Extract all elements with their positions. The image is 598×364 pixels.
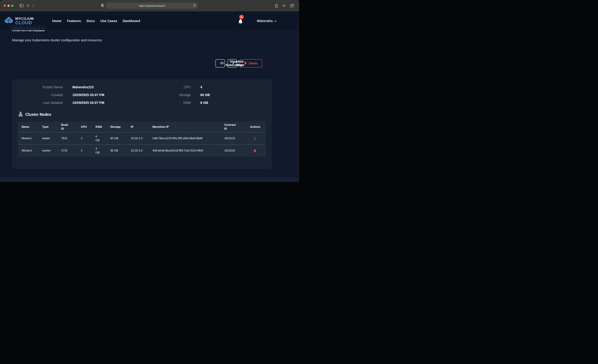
- cluster-nodes-table: Name Type Node ID CPU RAM Storage IP Myc…: [18, 122, 266, 157]
- page-subtitle: Manage your Kubernetes cluster configura…: [12, 38, 102, 42]
- ram-label: RAM: [148, 101, 191, 105]
- col-node-id: Node ID: [61, 123, 81, 131]
- node-id: 7915: [61, 137, 81, 140]
- storage-label: Storage: [148, 93, 191, 97]
- chevron-down-icon: [274, 19, 277, 23]
- node-mycelium-ip: 446:d2a6:8bcd:8c16:ff0f:72e2:3114:863f: [152, 149, 218, 153]
- minimize-window-button[interactable]: [8, 5, 10, 7]
- table-row: Master1 leader 7915 2 4 GB 30 GB 10.20.2…: [18, 132, 266, 144]
- cpu-value: 4: [200, 85, 272, 89]
- node-name: Master1: [22, 137, 42, 140]
- new-tab-icon[interactable]: [283, 4, 286, 7]
- table-header-row: Name Type Node ID CPU RAM Storage IP Myc…: [18, 122, 266, 132]
- ram-value: 8 GB: [200, 101, 272, 105]
- node-type: worker: [42, 149, 61, 153]
- stylized-e-icon: [23, 17, 25, 20]
- notification-badge: 11: [239, 15, 244, 19]
- brand-name-bottom: CLOUD: [15, 21, 34, 25]
- last-updated-value: 10/29/2025 03:07 PM: [72, 101, 139, 105]
- cluster-actions: Show Kubeconfig Add Node Delete: [12, 59, 262, 67]
- col-cpu: CPU: [81, 125, 95, 129]
- show-kubeconfig-button[interactable]: Show Kubeconfig: [216, 59, 225, 67]
- bell-icon: [238, 22, 243, 25]
- node-ip: 10.20.3.2: [131, 149, 152, 153]
- share-icon[interactable]: [275, 4, 278, 8]
- project-name-label: Project Name: [16, 85, 63, 89]
- nav-link-features[interactable]: Features: [67, 19, 81, 23]
- sidebar-toggle-icon[interactable]: [20, 4, 23, 7]
- col-name: Name: [22, 125, 42, 129]
- site-navbar: MYCLIUM CLOUD Home Features Docs Use Cas…: [0, 11, 299, 30]
- node-mycelium-ip: 5d8:78ea:a120:f40c:ff0f:a5fe:99e6:8b96: [152, 137, 218, 140]
- col-ip: IP: [131, 125, 152, 129]
- node-ram: 4 GB: [95, 135, 102, 142]
- cluster-nodes-title: Cluster Nodes: [25, 112, 51, 117]
- node-ram: 4 GB: [95, 147, 102, 155]
- user-menu[interactable]: Mahendra: [257, 19, 277, 23]
- nav-link-home[interactable]: Home: [52, 19, 62, 23]
- notifications-button[interactable]: 11: [238, 19, 243, 25]
- privacy-shield-icon[interactable]: [101, 4, 104, 8]
- last-updated-label: Last Updated: [16, 101, 63, 105]
- node-contract-id: 1613132: [224, 149, 250, 153]
- node-ip: 10.20.2.2: [131, 137, 152, 140]
- trash-icon: [244, 62, 247, 65]
- col-storage: Storage: [110, 125, 131, 129]
- node-name: Worker1: [22, 149, 42, 153]
- reload-icon[interactable]: [193, 4, 196, 8]
- window-controls: [4, 5, 13, 7]
- delete-label: Delete: [249, 62, 257, 65]
- node-id: 1715: [61, 149, 81, 153]
- node-contract-id: 1613131: [224, 137, 250, 140]
- nav-link-docs[interactable]: Docs: [87, 19, 95, 23]
- created-value: 10/29/2025 03:07 PM: [72, 93, 139, 97]
- delete-node-button[interactable]: [254, 149, 256, 152]
- project-name-value: Mahendra123: [72, 85, 139, 89]
- delete-node-button[interactable]: [254, 137, 256, 140]
- add-node-button[interactable]: Add Node: [228, 59, 237, 67]
- page-body: Mahendra123 Manage your Kubernetes clust…: [0, 11, 299, 182]
- col-ram: RAM: [95, 125, 110, 129]
- close-window-button[interactable]: [4, 5, 6, 7]
- delete-cluster-button[interactable]: Delete: [240, 59, 262, 67]
- brand-logo[interactable]: MYCLIUM CLOUD: [4, 17, 34, 25]
- footer-strip: [0, 178, 299, 182]
- table-row: Worker1 worker 1715 2 4 GB 30 GB 10.20.3…: [18, 144, 266, 157]
- col-contract-id: Contract ID: [224, 123, 250, 131]
- back-button-icon[interactable]: [27, 4, 29, 7]
- cluster-nodes-heading: Cluster Nodes: [18, 112, 272, 117]
- browser-toolbar: https://myceliumcloud.tf: [0, 0, 299, 11]
- node-type: leader: [42, 137, 61, 140]
- browser-window: https://myceliumcloud.tf: [0, 0, 299, 182]
- storage-value: 60 GB: [200, 93, 272, 97]
- node-cpu: 2: [81, 149, 95, 153]
- pencil-icon: [232, 62, 235, 65]
- network-nodes-icon: [18, 112, 23, 117]
- address-bar-url: https://myceliumcloud.tf: [139, 4, 165, 7]
- col-mycelium-ip: Mycelium IP: [152, 125, 224, 129]
- brand-name-top: MYCLIUM: [15, 17, 34, 20]
- nav-link-dashboard[interactable]: Dashboard: [123, 19, 140, 23]
- eye-icon: [220, 62, 224, 65]
- node-storage: 30 GB: [110, 137, 131, 140]
- node-cpu: 2: [81, 137, 95, 140]
- tab-overview-icon[interactable]: [290, 4, 294, 7]
- zoom-window-button[interactable]: [11, 5, 13, 7]
- user-name: Mahendra: [257, 19, 273, 23]
- node-storage: 30 GB: [110, 149, 131, 153]
- cpu-label: CPU: [148, 85, 191, 89]
- created-label: Created: [16, 93, 63, 97]
- nav-link-use-cases[interactable]: Use Cases: [100, 19, 117, 23]
- col-type: Type: [42, 125, 61, 129]
- forward-button-icon[interactable]: [32, 4, 34, 7]
- nav-links: Home Features Docs Use Cases Dashboard: [52, 19, 140, 23]
- cluster-details-card: Project Name Mahendra123 CPU 4 Created 1…: [12, 79, 272, 169]
- mycelium-cloud-logo-icon: [4, 17, 13, 25]
- address-bar[interactable]: https://myceliumcloud.tf: [106, 2, 198, 9]
- cluster-info-grid: Project Name Mahendra123 CPU 4 Created 1…: [12, 79, 272, 105]
- col-actions: Actions: [250, 125, 266, 129]
